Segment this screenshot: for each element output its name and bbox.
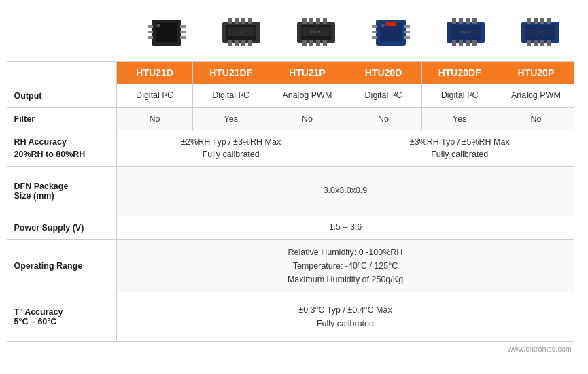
- svg-rect-24: [302, 18, 307, 24]
- label-t-accuracy: T° Accuracy 5°C – 60°C: [7, 292, 117, 341]
- svg-rect-26: [316, 18, 320, 24]
- svg-rect-64: [527, 40, 531, 46]
- svg-point-43: [381, 24, 385, 28]
- cell-filter-htu20d: No: [345, 107, 421, 131]
- table-row: Operating Range Relative Humidity: 0 -10…: [7, 239, 574, 292]
- svg-rect-67: [547, 40, 551, 46]
- svg-rect-50: [472, 18, 477, 24]
- svg-rect-17: [241, 40, 245, 46]
- svg-rect-52: [459, 40, 463, 46]
- svg-rect-16: [235, 40, 239, 46]
- table-row: Power Supply (V) 1.5 – 3.6: [7, 216, 574, 240]
- cell-output-htu21d: Digital I²C: [116, 84, 192, 108]
- svg-rect-28: [302, 40, 307, 46]
- label-operating-range: Operating Range: [7, 239, 117, 292]
- svg-rect-48: [459, 18, 463, 24]
- cell-output-htu21df: Digital I²C: [193, 84, 269, 108]
- page-wrapper: D221 D221: [0, 0, 588, 360]
- svg-rect-11: [228, 18, 232, 24]
- chip-htu21p: D221: [289, 12, 343, 53]
- svg-rect-4: [148, 36, 153, 39]
- t-accuracy-label: T° Accuracy 5°C – 60°C: [14, 307, 109, 326]
- label-rh-accuracy: RH Accuracy 20%RH to 80%RH: [7, 131, 117, 167]
- svg-rect-3: [148, 31, 153, 33]
- svg-rect-5: [180, 25, 186, 28]
- svg-rect-65: [534, 40, 538, 46]
- label-power-supply: Power Supply (V): [7, 216, 117, 240]
- cell-filter-htu21df: Yes: [193, 107, 269, 131]
- chip-htu20p: D221: [513, 12, 568, 53]
- label-filter: Filter: [7, 107, 117, 131]
- chip-htu20df: D221: [438, 12, 493, 53]
- svg-rect-30: [316, 40, 320, 46]
- chip-htu21df: D221: [214, 12, 269, 53]
- svg-text:D221: D221: [311, 30, 322, 34]
- svg-rect-62: [540, 18, 544, 24]
- cell-filter-htu21d: No: [116, 107, 192, 131]
- cell-rh-accuracy-group1: ±2%RH Typ / ±3%RH Max Fully calibrated: [116, 131, 345, 167]
- chip-htu20d: [364, 12, 418, 53]
- svg-rect-25: [309, 18, 313, 24]
- cell-output-htu20df: Digital I²C: [421, 84, 498, 108]
- svg-point-8: [157, 24, 160, 28]
- svg-rect-13: [241, 18, 245, 24]
- dfn-package-label: DFN Package Size (mm): [14, 182, 109, 201]
- watermark: www.cntronics.com: [7, 342, 574, 353]
- images-row: D221 D221: [7, 7, 574, 58]
- label-dfn-package: DFN Package Size (mm): [7, 167, 117, 216]
- svg-rect-2: [148, 25, 153, 28]
- rh-accuracy-label: RH Accuracy 20%RH to 80%RH: [14, 137, 109, 160]
- cell-rh-accuracy-group2: ±3%RH Typ / ±5%RH Max Fully calibrated: [345, 131, 574, 167]
- cell-output-htu20d: Digital I²C: [345, 84, 421, 108]
- svg-rect-41: [404, 31, 410, 33]
- svg-rect-61: [534, 18, 538, 24]
- svg-rect-18: [248, 40, 252, 46]
- cell-power-supply: 1.5 – 3.6: [116, 216, 574, 240]
- cell-filter-htu21p: No: [269, 107, 345, 131]
- svg-rect-44: [385, 22, 396, 26]
- svg-text:D221: D221: [461, 30, 471, 34]
- table-row: Filter No Yes No No Yes No: [7, 107, 574, 131]
- cell-output-htu20p: Analog PWM: [498, 84, 574, 108]
- label-output: Output: [7, 84, 117, 108]
- chip-htu21d: [139, 12, 194, 53]
- svg-rect-40: [404, 25, 410, 28]
- header-htu20df: HTU20DF: [421, 62, 498, 84]
- cell-filter-htu20p: No: [498, 107, 574, 131]
- svg-rect-39: [372, 36, 377, 39]
- cell-dfn-package: 3.0x3.0x0.9: [116, 167, 574, 216]
- svg-rect-66: [540, 40, 544, 46]
- svg-rect-47: [452, 18, 456, 24]
- svg-text:D221: D221: [536, 30, 546, 34]
- svg-rect-54: [472, 40, 477, 46]
- svg-rect-63: [547, 18, 551, 24]
- svg-rect-38: [372, 31, 377, 33]
- header-htu21p: HTU21P: [269, 62, 345, 84]
- table-header-row: HTU21D HTU21DF HTU21P HTU20D HTU20DF HTU…: [7, 62, 574, 84]
- svg-rect-51: [452, 40, 456, 46]
- svg-rect-27: [323, 18, 327, 24]
- header-empty: [7, 62, 117, 84]
- table-row: DFN Package Size (mm) 3.0x3.0x0.9: [7, 167, 574, 216]
- comparison-table: HTU21D HTU21DF HTU21P HTU20D HTU20DF HTU…: [7, 61, 574, 342]
- svg-rect-15: [228, 40, 232, 46]
- cell-t-accuracy: ±0.3°C Typ / ±0.4°C Max Fully calibrated: [116, 292, 574, 341]
- svg-text:D221: D221: [237, 30, 247, 34]
- table-row: Output Digital I²C Digital I²C Analog PW…: [7, 84, 574, 108]
- svg-rect-7: [180, 36, 186, 39]
- svg-rect-14: [248, 18, 252, 24]
- svg-rect-60: [527, 18, 531, 24]
- svg-rect-6: [180, 31, 186, 33]
- cell-filter-htu20df: Yes: [421, 107, 498, 131]
- cell-operating-range: Relative Humidity: 0 -100%RH Temperature…: [116, 239, 574, 292]
- table-row: RH Accuracy 20%RH to 80%RH ±2%RH Typ / ±…: [7, 131, 574, 167]
- svg-rect-49: [466, 18, 470, 24]
- cell-output-htu21p: Analog PWM: [269, 84, 345, 108]
- header-htu20d: HTU20D: [345, 62, 421, 84]
- svg-rect-12: [235, 18, 239, 24]
- svg-rect-53: [466, 40, 470, 46]
- svg-rect-29: [309, 40, 313, 46]
- svg-rect-37: [372, 25, 377, 28]
- header-htu21df: HTU21DF: [193, 62, 269, 84]
- svg-rect-42: [404, 36, 410, 39]
